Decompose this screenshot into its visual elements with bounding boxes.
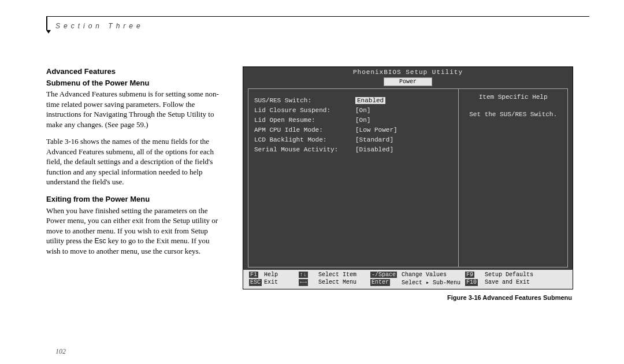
paragraph-2: Table 3-16 shows the names of the menu f…	[46, 136, 220, 187]
key-updown: ↑↓	[299, 272, 308, 278]
bios-row-lcd: LCD Backlight Mode: [Standard]	[254, 136, 452, 143]
section-label: Section Three	[55, 22, 144, 30]
bios-help-text: Set the SUS/RES Switch.	[463, 111, 563, 118]
footer-exit: Exit	[264, 279, 299, 286]
figure-caption: Figure 3-16 Advanced Features Submenu	[243, 294, 572, 301]
key-f10: F10	[465, 279, 478, 286]
bios-row-serial: Serial Mouse Activity: [Disabled]	[254, 146, 452, 153]
bios-row-susres: SUS/RES Switch: Enabled	[254, 97, 452, 104]
footer-save-exit: Save and Exit	[485, 279, 567, 286]
top-rule	[46, 16, 589, 17]
footer-change-values: Change Values	[402, 272, 465, 278]
bios-help-title: Item Specific Help	[463, 94, 563, 101]
heading-line1: Advanced Features	[46, 66, 220, 77]
bios-value: [Standard]	[355, 136, 393, 143]
bios-label: LCD Backlight Mode:	[254, 136, 355, 143]
bios-screenshot: PhoenixBIOS Setup Utility Power SUS/RES …	[243, 66, 573, 289]
bios-value: [On]	[355, 107, 370, 114]
bios-row-lidopen: Lid Open Resume: [On]	[254, 117, 452, 124]
bios-help-pane: Item Specific Help Set the SUS/RES Switc…	[459, 89, 567, 267]
bios-label: SUS/RES Switch:	[254, 97, 355, 104]
paragraph-3: When you have finished setting the param…	[46, 206, 220, 257]
esc-key-text: Esc	[94, 237, 106, 245]
bios-value: [On]	[355, 117, 370, 124]
footer-setup-defaults: Setup Defaults	[485, 272, 567, 278]
left-column: Advanced Features Submenu of the Power M…	[46, 66, 220, 301]
paragraph-1: The Advanced Features submenu is for set…	[46, 89, 220, 129]
bios-value: [Low Power]	[355, 127, 398, 133]
page-content: Advanced Features Submenu of the Power M…	[46, 66, 589, 301]
bios-tab-power: Power	[384, 77, 432, 86]
key-enter: Enter	[370, 279, 390, 286]
footer-select-menu: Select Menu	[318, 279, 370, 286]
key-f9: F9	[465, 272, 474, 278]
bios-value: [Disabled]	[355, 146, 393, 153]
bios-label: Lid Closure Suspend:	[254, 107, 355, 114]
footer-select-sub: Select ▸ Sub-Menu	[402, 279, 465, 286]
heading-line2: Submenu of the Power Menu	[46, 78, 220, 88]
bios-footer: F1 Help ↑↓ Select Item -/Space Change Va…	[243, 270, 573, 289]
bios-settings-pane: SUS/RES Switch: Enabled Lid Closure Susp…	[248, 89, 459, 267]
bios-label: Lid Open Resume:	[254, 117, 355, 124]
footer-help: Help	[264, 272, 299, 278]
key-leftright: ←→	[299, 279, 308, 286]
bios-row-apm: APM CPU Idle Mode: [Low Power]	[254, 127, 452, 133]
page-number: 102	[55, 347, 66, 356]
subheading-exit: Exiting from the Power Menu	[46, 194, 220, 205]
right-column: PhoenixBIOS Setup Utility Power SUS/RES …	[243, 66, 589, 301]
bios-row-lidclose: Lid Closure Suspend: [On]	[254, 107, 452, 114]
bios-value-selected: Enabled	[355, 97, 385, 104]
key-space: -/Space	[370, 272, 397, 278]
key-f1: F1	[249, 272, 258, 278]
bios-body: SUS/RES Switch: Enabled Lid Closure Susp…	[248, 88, 568, 268]
key-esc: ESC	[249, 279, 262, 286]
footer-select-item: Select Item	[318, 272, 370, 278]
bios-label: Serial Mouse Activity:	[254, 146, 355, 153]
bios-title: PhoenixBIOS Setup Utility	[243, 67, 573, 77]
section-corner-mark	[46, 16, 51, 30]
bios-label: APM CPU Idle Mode:	[254, 127, 355, 133]
